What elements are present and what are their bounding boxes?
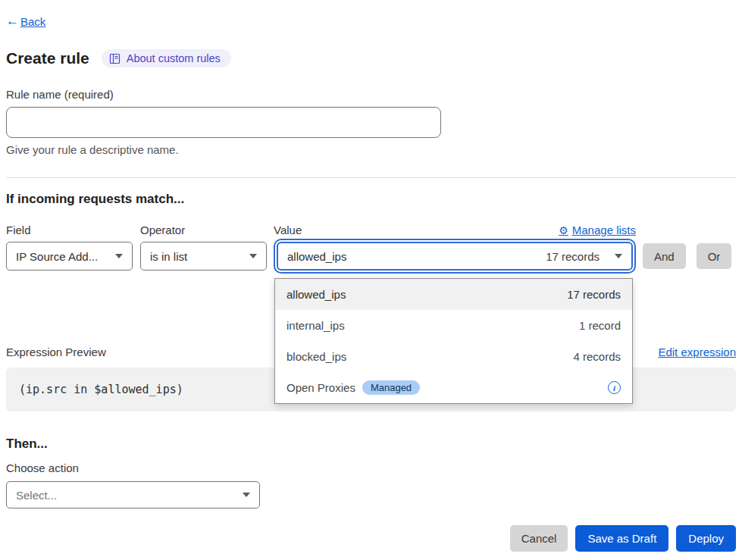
- chevron-down-icon: [243, 493, 250, 497]
- manage-lists-label: Manage lists: [572, 224, 636, 236]
- deploy-button[interactable]: Deploy: [676, 525, 736, 552]
- list-option-internal-ips[interactable]: internal_ips 1 record: [275, 310, 632, 341]
- expression-preview-label: Expression Preview: [6, 346, 106, 358]
- rule-name-label: Rule name (required): [6, 88, 736, 101]
- option-name: allowed_ips: [286, 288, 346, 301]
- or-button[interactable]: Or: [697, 243, 732, 269]
- list-option-open-proxies[interactable]: Open Proxies Managed i: [275, 372, 632, 403]
- back-link[interactable]: Back: [20, 15, 45, 28]
- about-custom-rules-link[interactable]: About custom rules: [102, 49, 231, 67]
- back-row: ← Back: [6, 12, 736, 29]
- info-icon[interactable]: i: [608, 381, 621, 394]
- option-record-count: 1 record: [579, 319, 621, 332]
- option-record-count: 4 records: [573, 350, 621, 363]
- operator-select-value: is in list: [150, 250, 187, 263]
- condition-row: IP Source Add... is in list allowed_ips …: [6, 242, 736, 271]
- field-select-value: IP Source Add...: [16, 250, 98, 263]
- chevron-down-icon: [115, 254, 123, 258]
- field-select[interactable]: IP Source Add...: [6, 242, 133, 271]
- chevron-down-icon: [249, 254, 257, 258]
- arrow-left-icon: ←: [6, 14, 19, 29]
- value-selected-count: 17 records: [546, 250, 600, 263]
- option-name: Open Proxies: [286, 381, 355, 394]
- title-row: Create rule About custom rules: [6, 49, 736, 67]
- create-rule-page: ← Back Create rule About custom rules Ru…: [0, 0, 742, 560]
- condition-labels-row: Field Operator Value ⚙︎ Manage lists: [6, 224, 736, 236]
- value-label: Value: [274, 224, 302, 236]
- choose-action-label: Choose action: [6, 461, 736, 474]
- option-name: blocked_ips: [286, 350, 346, 363]
- then-section-heading: Then...: [6, 436, 736, 452]
- operator-select[interactable]: is in list: [140, 242, 267, 271]
- cancel-button[interactable]: Cancel: [510, 525, 568, 552]
- edit-expression-link[interactable]: Edit expression: [658, 346, 736, 358]
- chevron-down-icon: [615, 254, 622, 258]
- rule-name-helper-text: Give your rule a descriptive name.: [6, 143, 736, 156]
- field-label: Field: [6, 224, 133, 236]
- list-option-allowed-ips[interactable]: allowed_ips 17 records: [275, 279, 632, 310]
- expression-code: (ip.src in $allowed_ips): [19, 383, 183, 396]
- action-select[interactable]: Select...: [6, 481, 260, 508]
- value-listbox: allowed_ips 17 records internal_ips 1 re…: [274, 278, 633, 404]
- managed-badge: Managed: [362, 380, 420, 395]
- operator-label: Operator: [140, 224, 267, 236]
- list-option-blocked-ips[interactable]: blocked_ips 4 records: [275, 341, 632, 372]
- manage-lists-link[interactable]: ⚙︎ Manage lists: [559, 224, 636, 236]
- footer-actions: Cancel Save as Draft Deploy: [6, 525, 736, 552]
- section-divider: [6, 177, 736, 178]
- option-name: internal_ips: [286, 319, 345, 332]
- about-custom-rules-label: About custom rules: [127, 52, 221, 64]
- match-section-heading: If incoming requests match...: [6, 192, 736, 207]
- rule-name-input[interactable]: [6, 107, 441, 138]
- gear-icon: ⚙︎: [559, 225, 568, 236]
- and-button[interactable]: And: [643, 243, 686, 269]
- option-record-count: 17 records: [567, 288, 621, 301]
- page-title: Create rule: [6, 49, 89, 67]
- book-icon: [109, 53, 121, 64]
- value-combobox[interactable]: allowed_ips 17 records: [277, 242, 633, 271]
- value-selected-name: allowed_ips: [287, 250, 346, 263]
- action-select-placeholder: Select...: [16, 489, 57, 502]
- save-as-draft-button[interactable]: Save as Draft: [575, 525, 668, 552]
